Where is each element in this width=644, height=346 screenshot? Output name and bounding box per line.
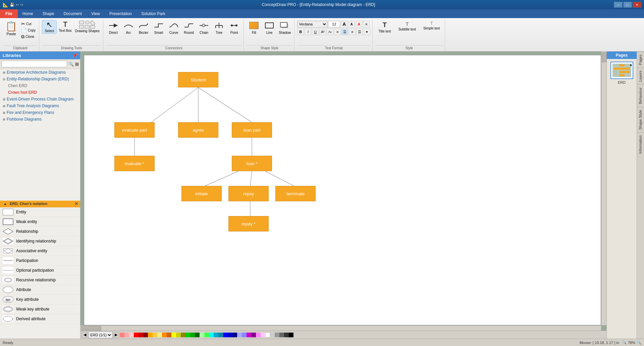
color-swatch[interactable] — [195, 333, 200, 337]
color-swatch[interactable] — [129, 333, 134, 337]
color-swatch[interactable] — [120, 333, 124, 337]
color-swatch[interactable] — [275, 333, 279, 337]
color-swatch[interactable] — [200, 333, 204, 337]
drawing-shapes-button[interactable]: Drawing Shapes — [74, 20, 101, 33]
subtitle-text-button[interactable]: T Subtitle text — [395, 20, 419, 32]
curve-button[interactable]: Curve — [166, 20, 181, 35]
font-select[interactable]: Verdana — [297, 21, 327, 27]
color-swatch[interactable] — [284, 333, 289, 337]
color-swatch[interactable] — [190, 333, 195, 337]
page-select[interactable]: ERD (1/1) — [89, 332, 112, 338]
erd-panel-close[interactable]: ✕ — [74, 201, 78, 206]
tree-item-enterprise[interactable]: ⊕ Enterprise Architecture Diagrams — [0, 69, 80, 76]
smart-button[interactable]: Smart — [151, 20, 166, 35]
color-swatch[interactable] — [289, 333, 293, 337]
undo-quick[interactable]: ↩ — [16, 3, 19, 7]
color-swatch[interactable] — [209, 333, 214, 337]
node-terminate[interactable]: terminate — [275, 186, 316, 201]
shape-relationship[interactable]: Relationship — [0, 227, 80, 236]
font-size-input[interactable]: 12 — [328, 21, 340, 27]
fill-button[interactable]: Fill — [247, 20, 261, 35]
copy-button[interactable]: 📄 Copy — [20, 27, 37, 33]
shape-attribute[interactable]: Attribute — [0, 285, 80, 295]
superscript-button[interactable]: A² — [319, 28, 326, 35]
color-swatch[interactable] — [270, 333, 275, 337]
vertical-scrollbar[interactable] — [601, 52, 606, 325]
erd-diagram[interactable]: Student evaluate part agree loan part ev… — [84, 55, 601, 325]
tab-information[interactable]: Information — [637, 132, 644, 156]
maximize-button[interactable]: □ — [623, 2, 632, 8]
tree-item-chen[interactable]: Chen ERD — [0, 82, 80, 89]
color-swatch[interactable] — [148, 333, 153, 337]
shape-associative[interactable]: Associative entity — [0, 246, 80, 256]
bezier-button[interactable]: Bezier — [136, 20, 151, 35]
horizontal-scrollbar[interactable] — [80, 325, 601, 331]
align-center-button[interactable]: ☰ — [341, 28, 348, 35]
shape-key-attribute[interactable]: key Key attribute — [0, 295, 80, 304]
node-agree[interactable]: agree — [178, 122, 218, 138]
redo-quick[interactable]: ↪ — [20, 3, 23, 7]
color-swatch[interactable] — [256, 333, 261, 337]
document-menu[interactable]: Document — [59, 9, 87, 18]
title-text-button[interactable]: T Title text — [375, 20, 394, 34]
node-evaluate[interactable]: evaluate * — [114, 156, 155, 171]
color-swatch[interactable] — [228, 333, 232, 337]
solution-park-menu[interactable]: Solution Park — [137, 9, 170, 18]
chain-button[interactable]: Chain — [197, 20, 211, 35]
color-swatch[interactable] — [218, 333, 223, 337]
color-swatch[interactable] — [185, 333, 190, 337]
color-swatch[interactable] — [265, 333, 270, 337]
node-evaluate-part[interactable]: evaluate part — [114, 122, 155, 138]
color-swatch[interactable] — [214, 333, 218, 337]
align-left-button[interactable]: ≡ — [334, 28, 341, 35]
color-swatch[interactable] — [162, 333, 167, 337]
color-swatch[interactable] — [204, 333, 209, 337]
shape-entity[interactable]: Entity — [0, 207, 80, 217]
direct-button[interactable]: Direct — [106, 20, 121, 35]
color-swatch[interactable] — [223, 333, 228, 337]
color-swatch[interactable] — [134, 333, 139, 337]
presentation-menu[interactable]: Presentation — [105, 9, 137, 18]
color-swatch[interactable] — [232, 333, 237, 337]
select-button[interactable]: ↖ Select — [42, 20, 57, 34]
align-right-button[interactable]: ≡ — [349, 28, 356, 35]
more-text-button[interactable]: ≡ — [363, 21, 370, 27]
decrease-font-button[interactable]: A — [348, 21, 355, 27]
minimize-button[interactable]: ─ — [614, 2, 623, 8]
node-student[interactable]: Student — [178, 72, 218, 87]
arc-button[interactable]: Arc — [121, 20, 136, 35]
tree-item-event[interactable]: ⊕ Event-Driven Process Chain Diagram — [0, 96, 80, 102]
subscript-button[interactable]: A₂ — [327, 28, 333, 35]
home-menu[interactable]: Home — [18, 9, 38, 18]
shape-weak-key[interactable]: Weak key attribute — [0, 304, 80, 314]
round-button[interactable]: Round — [181, 20, 196, 35]
cut-button[interactable]: ✂ Cut — [20, 21, 37, 27]
canvas-area[interactable]: Student evaluate part agree loan part ev… — [80, 52, 606, 339]
grid-view-icon[interactable]: ⊞ — [75, 62, 79, 67]
shape-optional[interactable]: Optional participation — [0, 266, 80, 275]
color-swatch[interactable] — [279, 333, 284, 337]
color-swatch[interactable] — [261, 333, 265, 337]
tab-pages[interactable]: Pages — [637, 52, 644, 68]
zoom-in-icon[interactable]: 🔍 — [637, 340, 641, 345]
color-swatch[interactable] — [171, 333, 176, 337]
zoom-controls[interactable]: 🔍 78% 🔍 — [622, 340, 641, 345]
view-menu[interactable]: View — [87, 9, 105, 18]
tree-item-erd[interactable]: ⊖ Entity-Relationship Diagram (ERD) — [0, 76, 80, 82]
tree-item-fire[interactable]: ⊕ Fire and Emergency Plans — [0, 109, 80, 116]
color-swatch[interactable] — [167, 333, 171, 337]
erd-panel-chevron[interactable]: ▲ — [2, 201, 8, 206]
clone-button[interactable]: ⧉ Clone — [20, 33, 37, 40]
search-icon[interactable]: 🔍 — [68, 62, 74, 67]
line-button[interactable]: Line — [262, 20, 277, 35]
color-swatch[interactable] — [139, 333, 143, 337]
more-align-button[interactable]: ▾ — [364, 28, 370, 35]
file-menu[interactable]: File — [0, 9, 18, 18]
shape-menu[interactable]: Shape — [38, 9, 59, 18]
node-initiate[interactable]: initiate — [181, 186, 222, 201]
search-input[interactable] — [1, 61, 67, 67]
shape-participation[interactable]: Participation — [0, 256, 80, 266]
color-swatch[interactable] — [176, 333, 181, 337]
tree-button[interactable]: Tree — [212, 20, 226, 35]
justify-button[interactable]: ☰ — [356, 28, 363, 35]
